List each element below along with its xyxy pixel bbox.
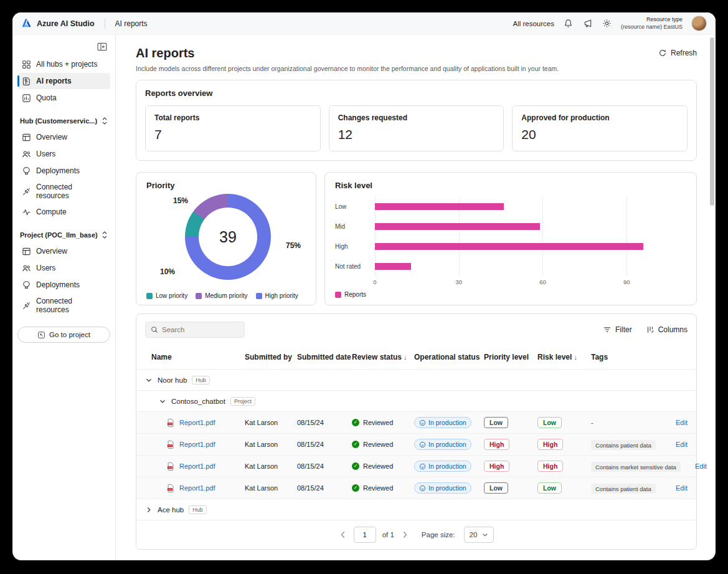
hub-selector-label: Hub (Customerservic...) [20, 117, 97, 125]
group-label: Ace hub [158, 506, 184, 514]
in-production-badge: In production [414, 439, 471, 450]
sidebar-item-ai-reports[interactable]: AI reports [17, 73, 110, 89]
risk-badge: Low [537, 417, 562, 428]
name-cell: Report1.pdf [151, 418, 245, 428]
edit-link[interactable]: Edit [681, 462, 707, 470]
production-icon [419, 419, 426, 426]
sidebar-item-quota[interactable]: Quota [17, 90, 110, 106]
priority-chart-title: Priority [146, 181, 306, 190]
report-file-link[interactable]: Report1.pdf [179, 419, 215, 426]
ai-reports-icon [21, 76, 31, 86]
column-header-priority-level[interactable]: Priority level [484, 353, 537, 361]
column-header-tags[interactable]: Tags [591, 353, 661, 361]
operational-status-label: In production [428, 419, 466, 426]
hub-selector[interactable]: Hub (Customerservic...) [17, 113, 110, 129]
sidebar-item-connected-resources[interactable]: Connected resources [17, 294, 110, 317]
deployments-icon [21, 280, 31, 290]
review-status-label: Reviewed [363, 484, 393, 492]
go-to-project-button[interactable]: Go to project [17, 327, 110, 343]
tags-cell: - [591, 419, 661, 426]
submitted-date-cell: 08/15/24 [297, 419, 352, 426]
sidebar-item-label: All hubs + projects [36, 60, 97, 69]
table-row: Report1.pdfKat Larson08/15/24✓ReviewedIn… [136, 456, 696, 477]
report-file-link[interactable]: Report1.pdf [179, 484, 215, 492]
column-header-submitted-by[interactable]: Submitted by [245, 353, 297, 361]
group-row-ace-hub[interactable]: Ace hubHub [136, 499, 696, 520]
sidebar-item-users[interactable]: Users [17, 146, 110, 162]
report-file-link[interactable]: Report1.pdf [179, 462, 215, 470]
sidebar-item-users[interactable]: Users [17, 260, 110, 276]
main-content: AI reports Include models across differe… [116, 35, 716, 560]
reviewed-check-icon: ✓ [352, 462, 359, 470]
edit-link[interactable]: Edit [661, 441, 688, 448]
filter-button[interactable]: Filter [603, 325, 632, 334]
column-header-risk-level[interactable]: Risk level↓ [537, 353, 591, 361]
settings-gear-icon[interactable] [602, 18, 612, 29]
sidebar-item-deployments[interactable]: Deployments [17, 277, 110, 293]
resource-selector[interactable]: Resource type (resource name) EastUS [621, 16, 683, 31]
group-type-badge: Hub [192, 376, 210, 385]
notifications-bell-icon[interactable] [563, 18, 574, 29]
columns-button[interactable]: Columns [646, 325, 688, 334]
group-label: Contoso_chatbot [171, 398, 225, 405]
user-avatar[interactable] [691, 16, 707, 31]
search-input[interactable] [162, 326, 239, 333]
bar [375, 203, 504, 210]
page-number-input[interactable] [354, 527, 376, 543]
edit-link[interactable]: Edit [661, 419, 688, 426]
reviewed-check-icon: ✓ [352, 419, 359, 426]
sidebar-item-label: AI reports [36, 77, 72, 85]
risk-chart-legend: Reports [335, 291, 686, 298]
sidebar-item-label: Quota [36, 93, 57, 102]
sidebar-item-all-hubs-projects[interactable]: All hubs + projects [17, 56, 110, 72]
columns-label: Columns [658, 325, 688, 334]
stat-value: 7 [154, 127, 311, 142]
group-row-noor-hub[interactable]: Noor hubHub [136, 370, 696, 391]
stat-card-total-reports: Total reports 7 [145, 105, 321, 151]
breadcrumb[interactable]: AI reports [115, 19, 148, 28]
legend-label: High priority [265, 292, 298, 299]
table-header-row: NameSubmitted bySubmitted dateReview sta… [136, 345, 696, 370]
scrollbar-thumb[interactable] [710, 37, 714, 206]
all-resources-button[interactable]: All resources [513, 20, 554, 27]
column-header-submitted-date[interactable]: Submitted date [297, 353, 352, 361]
sidebar-item-connected-resources[interactable]: Connected resources [17, 179, 110, 203]
brand[interactable]: Azure AI Studio [21, 18, 95, 29]
sidebar-item-label: Users [36, 264, 55, 272]
next-page-icon[interactable] [400, 530, 409, 539]
project-selector[interactable]: Project (POC_llm_base) [17, 227, 110, 243]
group-row-contoso-chatbot[interactable]: Contoso_chatbotProject [136, 391, 696, 412]
sidebar-item-deployments[interactable]: Deployments [17, 163, 110, 179]
review-status-cell: ✓Reviewed [352, 419, 414, 426]
feedback-megaphone-icon[interactable] [582, 18, 593, 29]
submitted-date-cell: 08/15/24 [297, 484, 352, 492]
page-size-value: 20 [470, 531, 478, 538]
donut-label-high: 75% [286, 241, 301, 250]
filter-label: Filter [615, 325, 632, 334]
refresh-button[interactable]: Refresh [658, 46, 697, 57]
page-size-select[interactable]: 20 [464, 527, 494, 543]
sidebar-item-compute[interactable]: Compute [17, 204, 110, 220]
report-file-link[interactable]: Report1.pdf [179, 441, 215, 448]
column-header-label: Name [151, 353, 172, 361]
column-header-name[interactable]: Name [151, 353, 245, 361]
sidebar-item-overview[interactable]: Overview [17, 129, 110, 145]
priority-level-cell: Low [484, 482, 537, 494]
previous-page-icon[interactable] [339, 530, 347, 539]
collapse-panel-icon[interactable] [97, 41, 108, 52]
risk-chart-x-axis: 0306090 [375, 279, 683, 289]
column-header-operational-status[interactable]: Operational status [414, 353, 484, 361]
no-tags-dash: - [591, 419, 593, 426]
bar-row: Mid [335, 216, 686, 236]
production-icon [419, 441, 426, 448]
priority-badge: High [484, 461, 509, 472]
table-row: Report1.pdfKat Larson08/15/24✓ReviewedIn… [136, 412, 696, 434]
donut-label-low: 10% [160, 267, 175, 276]
tags-cell: Contains market sensitive data [591, 462, 681, 470]
page-description: Include models across different projects… [136, 65, 559, 72]
edit-link[interactable]: Edit [661, 484, 688, 492]
overview-icon [21, 132, 31, 142]
sidebar-item-overview[interactable]: Overview [17, 243, 110, 259]
bar-row: High [335, 236, 686, 256]
column-header-review-status[interactable]: Review status↓ [352, 353, 414, 361]
